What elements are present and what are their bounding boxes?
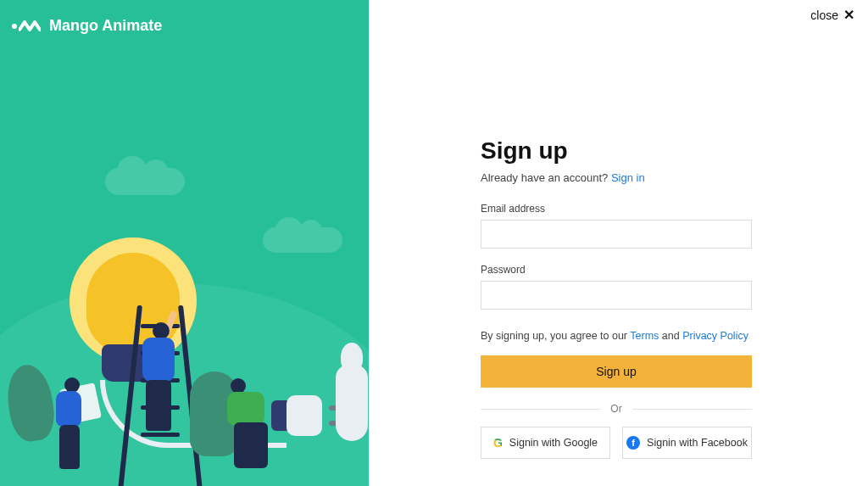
- signup-form: Sign up Already have an account? Sign in…: [481, 137, 752, 459]
- brand-logo: Mango Animate: [12, 17, 162, 35]
- privacy-link[interactable]: Privacy Policy: [682, 330, 748, 342]
- form-panel: close ✕ Sign up Already have an account?…: [369, 0, 868, 486]
- agreement-text: By signing up, you agree to our Terms an…: [481, 330, 752, 342]
- signup-button[interactable]: Sign up: [481, 355, 752, 388]
- cloud-icon: [263, 227, 342, 253]
- illustration-panel: Mango Animate: [0, 0, 369, 486]
- subtitle: Already have an account? Sign in: [481, 171, 752, 184]
- facebook-icon: f: [626, 436, 640, 450]
- google-signin-button[interactable]: G Signin with Google: [481, 427, 610, 459]
- signin-link[interactable]: Sign in: [611, 171, 645, 184]
- page-title: Sign up: [481, 137, 752, 165]
- vase-shape: [336, 365, 368, 441]
- brand-name: Mango Animate: [49, 17, 162, 35]
- google-label: Signin with Google: [509, 437, 598, 449]
- divider: Or: [481, 403, 752, 415]
- person-carrying-box: [36, 377, 95, 479]
- facebook-signin-button[interactable]: f Signin with Facebook: [622, 427, 752, 459]
- person-on-ladder: [137, 338, 197, 456]
- close-icon: ✕: [843, 7, 854, 23]
- google-icon: G: [493, 436, 503, 450]
- password-label: Password: [481, 264, 752, 276]
- logo-mark-icon: [12, 20, 41, 33]
- email-field[interactable]: [481, 220, 752, 249]
- close-label: close: [810, 8, 838, 22]
- divider-label: Or: [610, 403, 621, 415]
- plug-icon: [271, 395, 331, 436]
- cloud-icon: [105, 168, 185, 195]
- subtitle-text: Already have an account?: [481, 171, 611, 184]
- close-button[interactable]: close ✕: [810, 7, 854, 23]
- facebook-label: Signin with Facebook: [647, 437, 748, 449]
- email-label: Email address: [481, 203, 752, 215]
- terms-link[interactable]: Terms: [630, 330, 659, 342]
- password-field[interactable]: [481, 281, 752, 310]
